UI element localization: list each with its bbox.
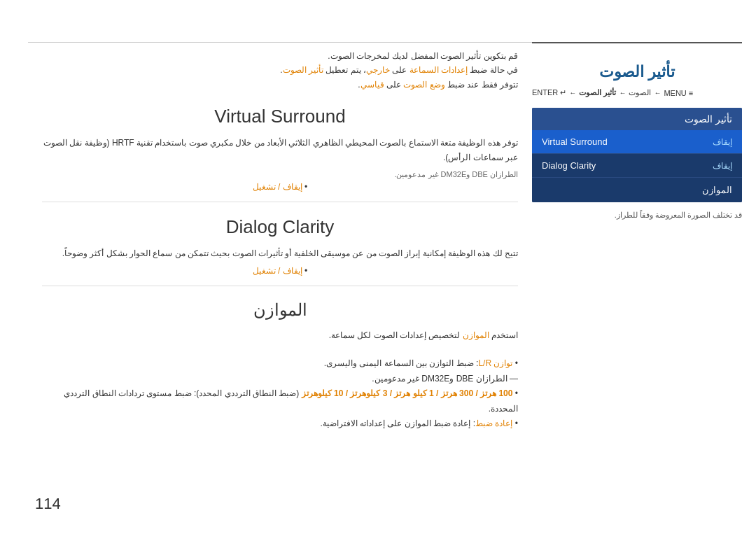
dialog-clarity-bullet: • إيقاف / تشغيل <box>42 266 518 276</box>
breadcrumb-arrow: ← <box>654 89 661 97</box>
virtual-surround-label: Virtual Surround <box>542 136 608 147</box>
menu-item-equalizer[interactable]: الموازن <box>532 178 742 202</box>
page-number: 114 <box>35 495 61 513</box>
virtual-surround-bullet: • إيقاف / تشغيل <box>42 182 518 192</box>
menu-header: تأثير الصوت <box>532 108 742 130</box>
equalizer-balance: • توازن L/R: ضبط التوازن بين السماعة الي… <box>42 356 518 372</box>
breadcrumb: ≡ MENU ← الصوت ← تأثير الصوت ← ↵ ENTER <box>532 88 742 97</box>
equalizer-reset: • إعادة ضبط: إعادة ضبط الموازن على إعداد… <box>42 416 518 432</box>
dialog-clarity-heading: Dialog Clarity <box>42 216 518 238</box>
breadcrumb-arrow2: ← <box>619 89 626 97</box>
intro-line-1: قم بتكوين تأثير الصوت المفضل لديك لمخرجا… <box>42 49 518 63</box>
top-divider <box>28 42 539 43</box>
equalizer-section: استخدم الموازن لتخصيص إعدادات الصوت لكل … <box>42 328 518 432</box>
breadcrumb-current: تأثير الصوت <box>579 88 616 97</box>
menu-icon: ≡ MENU <box>664 89 693 97</box>
virtual-surround-body: توفر هذه الوظيفة متعة الاستماع بالصوت ال… <box>42 136 518 164</box>
dialog-clarity-label: Dialog Clarity <box>542 160 596 171</box>
breadcrumb-enter: ↵ ENTER <box>532 88 566 97</box>
intro-section: قم بتكوين تأثير الصوت المفضل لديك لمخرجا… <box>42 49 518 92</box>
breadcrumb-sound: الصوت <box>629 88 651 97</box>
bottom-note: قد تختلف الصورة المعروضة وفقاً للطراز. <box>532 211 742 220</box>
intro-line-2: في حالة ضبط إعدادات السماعة على خارجي، ي… <box>42 63 518 77</box>
equalizer-note: — الطرازان DBE وDM32E غير مدعومين. <box>42 372 518 387</box>
breadcrumb-arrow3: ← <box>569 89 576 97</box>
menu-item-virtual-surround[interactable]: إيقاف Virtual Surround <box>532 130 742 154</box>
intro-line-3: تتوفر فقط عند ضبط وضع الصوت على قياسي. <box>42 78 518 92</box>
virtual-surround-heading: Virtual Surround <box>42 106 518 127</box>
equalizer-frequencies: • 100 هرتز / 300 هرتز / 1 كيلو هرتز / 3 … <box>42 386 518 416</box>
equalizer-heading: الموازن <box>42 300 518 320</box>
panel-title: تأثير الصوت <box>532 63 742 81</box>
divider-1 <box>42 202 518 202</box>
virtual-surround-note: الطرازان DBE وDM32E غير مدعومين. <box>42 170 518 179</box>
right-panel: تأثير الصوت ≡ MENU ← الصوت ← تأثير الصوت… <box>532 42 742 220</box>
equalizer-intro: استخدم الموازن لتخصيص إعدادات الصوت لكل … <box>42 328 518 344</box>
dialog-clarity-value: إيقاف <box>713 161 732 171</box>
dialog-clarity-body: تتيح لك هذه الوظيفة إمكانية إبراز الصوت … <box>42 246 518 260</box>
menu-panel: تأثير الصوت إيقاف Virtual Surround إيقاف… <box>532 108 742 202</box>
menu-item-dialog-clarity[interactable]: إيقاف Dialog Clarity <box>532 154 742 178</box>
divider-2 <box>42 286 518 286</box>
virtual-surround-value: إيقاف <box>713 137 732 147</box>
main-content: قم بتكوين تأثير الصوت المفضل لديك لمخرجا… <box>42 49 518 432</box>
